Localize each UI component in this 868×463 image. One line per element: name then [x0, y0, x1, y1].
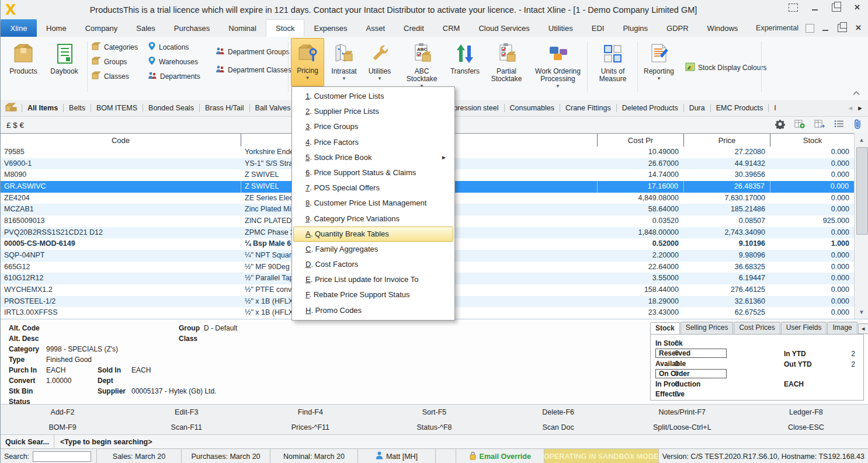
ribbon-tab[interactable]: CRM [433, 19, 470, 37]
search-input[interactable] [33, 451, 91, 462]
close-button[interactable]: ✕ [854, 4, 862, 11]
pricing-menu-item[interactable]: 3. Price Groups ► [293, 119, 453, 134]
departments-button[interactable]: Departments [148, 71, 200, 82]
scroll-tabs-right-icon[interactable]: ► [857, 104, 863, 112]
abc-stocktake-button[interactable]: ABC ABC Stocktake ▼ [400, 39, 443, 90]
utilities-button[interactable]: Utilities ▼ [364, 39, 395, 90]
category-tab[interactable]: Deleted Products [616, 104, 683, 112]
reporting-button[interactable]: Reporting ▼ [640, 39, 678, 90]
category-tab[interactable]: Bonded Seals [143, 104, 199, 112]
status-sales-period[interactable]: Sales: March 20 [97, 449, 182, 463]
category-tab[interactable]: Dura [683, 104, 710, 112]
list-view-icon[interactable] [834, 120, 844, 130]
function-key-button[interactable]: Split/Loose-Ctrl+L [620, 423, 744, 431]
side-panel-tab[interactable]: User Fields [781, 322, 827, 334]
pricing-menu-item[interactable]: 4. Price Factors ► [293, 135, 453, 150]
side-panel-tab[interactable]: Stock [650, 322, 680, 335]
scrollbar-thumb[interactable] [856, 147, 868, 235]
ribbon-collapse-icon[interactable] [853, 87, 860, 98]
ribbon-tab[interactable]: Sales [127, 19, 165, 37]
pricing-menu-item[interactable]: F. Rebate Price Support Status ► [293, 287, 453, 302]
doc-close-button[interactable]: ✕ [855, 25, 863, 32]
column-header-code[interactable]: Code [1, 134, 241, 147]
minimize-button[interactable] [811, 4, 819, 11]
status-nominal-period[interactable]: Nominal: March 20 [270, 449, 358, 463]
scroll-tabs-left-icon[interactable]: ◄ [847, 104, 853, 112]
settings-gear-icon[interactable] [775, 119, 785, 131]
function-key-button[interactable]: BOM-F9 [1, 423, 124, 431]
panel-tabs-left-icon[interactable]: ◄ [858, 323, 868, 334]
category-tab[interactable]: All Items [22, 104, 63, 112]
ribbon-tab[interactable]: EDI [582, 19, 614, 37]
ribbon-tab[interactable]: Cloud Services [469, 19, 539, 37]
pricing-menu-item[interactable]: D. Cost Factors ► [293, 257, 453, 272]
ribbon-tab[interactable]: Stock [266, 19, 305, 37]
pricing-menu-item[interactable]: A. Quantity Break Tables ► [293, 227, 453, 242]
daybook-button[interactable]: Daybook [46, 39, 82, 90]
pricing-menu-item[interactable]: E. Price List update for Invoice To ► [293, 272, 453, 287]
classes-button[interactable]: Classes [92, 71, 138, 82]
partial-stocktake-button[interactable]: Partial Stocktake [487, 39, 526, 90]
experimental-checkbox[interactable] [805, 24, 814, 33]
category-tab[interactable]: Brass H/Tail [199, 104, 249, 112]
locations-button[interactable]: Locations [148, 41, 200, 53]
function-key-button[interactable]: Add-F2 [1, 408, 124, 416]
function-key-button[interactable]: Status-^F8 [372, 423, 496, 431]
pricing-menu-item[interactable]: 7. POS Special Offers ► [293, 180, 453, 196]
ribbon-tab[interactable]: Home [37, 19, 76, 37]
status-purchases-period[interactable]: Purchases: March 20 [182, 449, 270, 463]
function-key-button[interactable]: Notes/Print-F7 [620, 408, 744, 416]
function-key-button[interactable]: Scan-F11 [124, 423, 248, 431]
department-groups-button[interactable]: Department Groups [216, 46, 291, 57]
tab-xline[interactable]: Xline [1, 19, 37, 37]
restore-button[interactable] [832, 4, 841, 12]
ribbon-tab[interactable]: Plugins [613, 19, 657, 37]
side-panel-tab[interactable]: Cost Prices [734, 322, 780, 334]
function-key-button[interactable]: Find-F4 [248, 408, 372, 416]
quick-search-hint[interactable]: <Type to begin searching> [54, 438, 152, 446]
work-ordering-button[interactable]: Work Ordering Processing ▼ [530, 39, 586, 90]
categories-button[interactable]: Categories [92, 41, 138, 53]
transfers-button[interactable]: Transfers [447, 39, 483, 90]
currency-toggle[interactable]: £ $ € [6, 121, 24, 130]
function-key-button[interactable]: Edit-F3 [124, 408, 248, 416]
category-tab[interactable]: EMC Products [710, 104, 769, 112]
pricing-menu-item[interactable]: 2. Supplier Price Lists ► [293, 104, 453, 119]
column-header-cost[interactable]: Cost Pr [598, 134, 684, 147]
export-grid-icon[interactable] [814, 119, 825, 131]
add-column-icon[interactable] [794, 119, 805, 131]
pricing-menu-item[interactable]: C. Family Aggregates ► [293, 242, 453, 257]
scroll-up-icon[interactable]: ▲ [855, 134, 868, 146]
vertical-scrollbar[interactable]: ▲ ▼ [854, 133, 868, 319]
function-key-button[interactable]: Delete-F6 [497, 408, 620, 416]
function-key-button[interactable]: Close-ESC [744, 423, 868, 431]
attachment-paperclip-icon[interactable] [853, 119, 862, 131]
ribbon-tab[interactable]: Credit [394, 19, 433, 37]
products-button[interactable]: Products [5, 39, 41, 90]
stock-display-colours-button[interactable]: Stock Display Colours [685, 62, 766, 73]
category-tab[interactable]: Belts [63, 104, 91, 112]
warehouses-button[interactable]: Warehouses [148, 56, 200, 67]
units-of-measure-button[interactable]: Units of Measure [589, 39, 636, 90]
pricing-menu-item[interactable]: 1. Customer Price Lists ► [293, 89, 453, 104]
ribbon-tab[interactable]: Windows [698, 19, 748, 37]
pricing-menu-item[interactable]: 9. Category Price Variations ► [293, 211, 453, 227]
ribbon-tab[interactable]: GDPR [657, 19, 698, 37]
category-tab[interactable]: BOM ITEMS [91, 104, 143, 112]
ribbon-tab[interactable]: Utilities [539, 19, 582, 37]
ribbon-tab[interactable]: Nominal [219, 19, 266, 37]
status-user[interactable]: Matt [MH] [358, 449, 436, 463]
category-tab[interactable]: Crane Fittings [560, 104, 616, 112]
ribbon-tab[interactable]: Company [76, 19, 127, 37]
side-panel-tab[interactable]: Image [827, 322, 857, 334]
groups-button[interactable]: Groups [92, 56, 138, 67]
pricing-button[interactable]: Pricing ▼ [291, 38, 324, 86]
status-email-override[interactable]: Email Override [456, 449, 544, 463]
side-panel-tab[interactable]: Selling Prices [680, 322, 734, 334]
intrastat-button[interactable]: Intrastat ▼ [328, 39, 360, 90]
pricing-menu-item[interactable]: H. Promo Codes ► [293, 303, 453, 318]
function-key-button[interactable]: Scan Doc [497, 423, 620, 431]
function-key-button[interactable]: Ledger-F8 [744, 408, 868, 416]
category-tab[interactable]: I [768, 104, 781, 112]
column-header-stock[interactable]: Stock [770, 134, 855, 147]
